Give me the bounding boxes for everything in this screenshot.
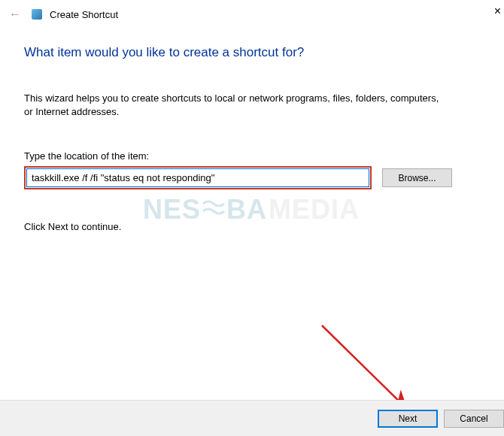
wizard-content: What item would you like to create a sho… — [0, 24, 504, 232]
wizard-title: Create Shortcut — [50, 9, 118, 20]
svg-line-0 — [322, 325, 406, 408]
next-button[interactable]: Next — [378, 410, 438, 428]
wizard-footer: Next Cancel — [0, 400, 504, 436]
continue-text: Click Next to continue. — [24, 221, 480, 232]
close-icon[interactable]: × — [494, 5, 501, 18]
page-heading: What item would you like to create a sho… — [24, 45, 480, 60]
location-row: Browse... — [24, 166, 480, 189]
wizard-header: ← Create Shortcut — [0, 0, 504, 24]
back-arrow-icon: ← — [6, 8, 24, 21]
location-label: Type the location of the item: — [24, 150, 480, 162]
location-input[interactable] — [26, 168, 369, 187]
cancel-button[interactable]: Cancel — [444, 410, 504, 428]
browse-button[interactable]: Browse... — [382, 168, 452, 187]
location-input-highlight — [24, 166, 372, 189]
wizard-description: This wizard helps you to create shortcut… — [24, 92, 445, 119]
shortcut-wizard-icon — [32, 9, 42, 20]
